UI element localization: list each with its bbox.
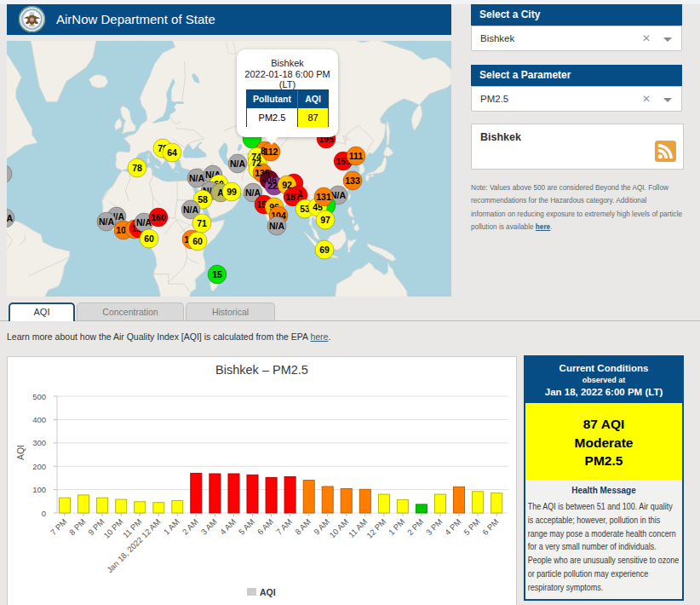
- svg-text:6 PM: 6 PM: [480, 517, 501, 538]
- svg-text:60: 60: [192, 236, 203, 246]
- svg-text:N/A: N/A: [183, 205, 199, 215]
- svg-text:60: 60: [144, 233, 154, 244]
- svg-text:6 AM: 6 AM: [255, 517, 275, 537]
- svg-text:15: 15: [212, 269, 222, 279]
- svg-text:112: 112: [264, 147, 278, 157]
- svg-text:7 AM: 7 AM: [274, 517, 294, 537]
- svg-text:2 PM: 2 PM: [405, 517, 426, 538]
- svg-text:N/A: N/A: [245, 187, 261, 198]
- svg-text:N/A: N/A: [99, 216, 115, 227]
- svg-text:97: 97: [320, 215, 330, 225]
- svg-text:2 AM: 2 AM: [181, 517, 200, 537]
- svg-text:12 PM: 12 PM: [364, 517, 387, 540]
- svg-text:100: 100: [32, 485, 46, 494]
- svg-text:69: 69: [319, 245, 330, 255]
- svg-text:1 PM: 1 PM: [387, 517, 407, 538]
- svg-text:AQI: AQI: [260, 587, 276, 597]
- svg-text:5 PM: 5 PM: [462, 517, 482, 538]
- svg-text:N/A: N/A: [230, 158, 246, 169]
- svg-text:200: 200: [32, 462, 46, 471]
- svg-text:4 PM: 4 PM: [443, 517, 463, 538]
- svg-text:500: 500: [32, 392, 46, 401]
- svg-text:N/A: N/A: [189, 173, 205, 183]
- svg-text:N/A: N/A: [269, 221, 285, 231]
- svg-text:11 AM: 11 AM: [347, 517, 369, 539]
- svg-text:8 AM: 8 AM: [293, 517, 313, 537]
- svg-text:4 AM: 4 AM: [218, 517, 238, 537]
- svg-text:8 PM: 8 PM: [67, 517, 88, 538]
- svg-text:3 AM: 3 AM: [199, 517, 219, 537]
- svg-text:7 PM: 7 PM: [49, 517, 69, 538]
- svg-text:78: 78: [132, 163, 142, 173]
- svg-text:10 AM: 10 AM: [327, 517, 350, 540]
- svg-text:1: 1: [298, 188, 303, 199]
- svg-text:3 PM: 3 PM: [424, 517, 445, 538]
- svg-text:111: 111: [349, 151, 364, 161]
- svg-text:0: 0: [42, 509, 46, 518]
- svg-text:8: 8: [261, 146, 266, 156]
- svg-text:5 AM: 5 AM: [237, 517, 256, 537]
- svg-text:58: 58: [198, 194, 208, 205]
- svg-text:10 PM: 10 PM: [101, 517, 124, 540]
- svg-text:131: 131: [316, 192, 331, 202]
- svg-text:AQI: AQI: [15, 445, 26, 460]
- svg-text:72: 72: [251, 158, 261, 168]
- svg-text:133: 133: [345, 176, 360, 186]
- svg-text:64: 64: [167, 147, 177, 158]
- svg-text:160: 160: [151, 212, 166, 222]
- svg-text:1 AM: 1 AM: [162, 517, 181, 537]
- svg-text:99: 99: [227, 187, 237, 197]
- svg-text:400: 400: [32, 415, 46, 424]
- svg-text:N/A: N/A: [7, 213, 13, 223]
- svg-text:300: 300: [32, 438, 46, 447]
- svg-text:71: 71: [197, 218, 207, 228]
